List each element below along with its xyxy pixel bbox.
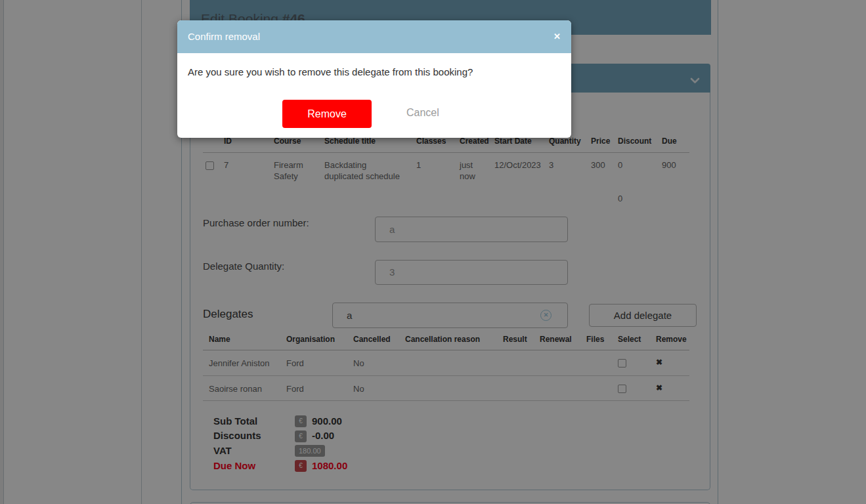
cancel-button[interactable]: Cancel (406, 107, 439, 119)
modal-header: Confirm removal ✕ (177, 20, 571, 53)
edit-booking-page: Edit Booking #46 ID Course Schedule titl… (0, 0, 866, 504)
modal-message: Are you sure you wish to remove this del… (188, 66, 473, 77)
remove-button[interactable]: Remove (282, 100, 372, 128)
close-icon[interactable]: ✕ (553, 20, 561, 53)
modal-title: Confirm removal (188, 31, 260, 42)
confirm-removal-modal: Confirm removal ✕ Are you sure you wish … (177, 20, 571, 138)
